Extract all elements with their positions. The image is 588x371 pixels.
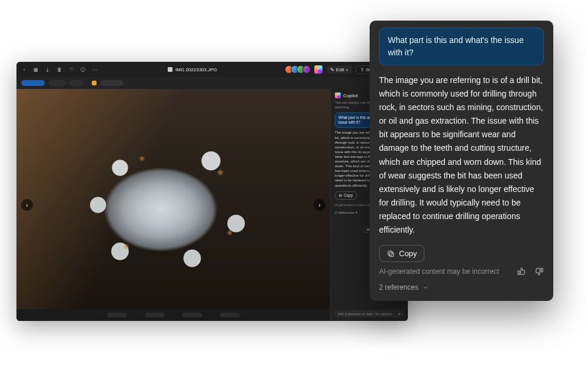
- thumbs-down-icon[interactable]: [534, 267, 544, 276]
- viewer-footer: [16, 309, 330, 321]
- next-image-button[interactable]: ›: [314, 199, 325, 211]
- footer-control[interactable]: [145, 313, 165, 317]
- workarea: ‹ › Copilot You can always use the sugge…: [16, 89, 408, 321]
- titlebar-filename: IMG 20223303.JPG: [168, 67, 217, 72]
- chevron-down-icon: ▾: [346, 68, 348, 72]
- share-icon: ⇪: [360, 67, 364, 72]
- ribbon-tabs: [16, 77, 408, 89]
- ribbon-tab[interactable]: [69, 80, 84, 86]
- folder-icon: [92, 81, 97, 85]
- footer-control[interactable]: [182, 313, 202, 317]
- user-question-bubble: What part is this and what's the issue w…: [379, 28, 544, 65]
- copilot-callout-panel: What part is this and what's the issue w…: [370, 21, 553, 301]
- avatar[interactable]: [303, 65, 311, 74]
- copy-icon: [387, 250, 395, 258]
- breadcrumb[interactable]: [100, 80, 124, 86]
- references-label: 2 references: [379, 283, 418, 292]
- info-icon[interactable]: ⓘ: [80, 67, 86, 72]
- titlebar: ‹ ▦ ⭳ 🗑 ♡ ⓘ ⋯ IMG 20223303.JPG ✎ Edit ▾: [16, 62, 408, 77]
- presence-avatars[interactable]: [287, 65, 311, 74]
- references-toggle[interactable]: 2 references: [370, 280, 553, 297]
- favorite-icon[interactable]: ♡: [68, 67, 74, 72]
- copy-label: Copy: [344, 193, 353, 197]
- edit-button[interactable]: ✎ Edit ▾: [326, 66, 352, 74]
- ribbon-tab[interactable]: [21, 80, 45, 86]
- edit-label: Edit: [336, 67, 344, 72]
- back-icon[interactable]: ‹: [21, 67, 27, 72]
- copy-button[interactable]: ⧉ Copy: [335, 191, 357, 200]
- chevron-down-icon: [422, 284, 429, 291]
- previous-image-button[interactable]: ‹: [21, 199, 33, 211]
- svg-rect-1: [388, 251, 392, 255]
- grid-icon[interactable]: ▦: [33, 67, 39, 72]
- references-label: 2 references: [335, 211, 354, 214]
- delete-icon[interactable]: 🗑: [57, 67, 62, 72]
- copilot-response: The image you are referring to is of a d…: [379, 74, 544, 237]
- file-type-icon: [168, 67, 172, 72]
- copilot-input[interactable]: Ask a question or type / for options ➤: [335, 310, 404, 317]
- copy-icon: ⧉: [339, 193, 342, 198]
- pencil-icon: ✎: [330, 67, 334, 72]
- ai-disclaimer: AI-generated content may be incorrect: [379, 267, 499, 276]
- copy-label: Copy: [399, 249, 417, 258]
- onedrive-viewer-window: ‹ ▦ ⭳ 🗑 ♡ ⓘ ⋯ IMG 20223303.JPG ✎ Edit ▾: [16, 62, 408, 321]
- svg-rect-0: [390, 252, 394, 256]
- disclaimer-row: AI-generated content may be incorrect: [370, 267, 553, 280]
- filename-text: IMG 20223303.JPG: [175, 67, 217, 72]
- ribbon-tab[interactable]: [48, 80, 66, 86]
- copy-button[interactable]: Copy: [379, 245, 424, 262]
- copilot-title: Copilot: [343, 93, 358, 98]
- copilot-icon[interactable]: [314, 65, 323, 74]
- more-icon[interactable]: ⋯: [92, 67, 98, 72]
- footer-control[interactable]: [220, 313, 240, 317]
- send-icon[interactable]: ➤: [398, 312, 401, 316]
- thumbs-up-icon[interactable]: [517, 267, 526, 276]
- image-viewer: ‹ ›: [16, 89, 330, 321]
- copilot-logo-icon: [335, 92, 341, 98]
- download-icon[interactable]: ⭳: [45, 67, 51, 72]
- titlebar-left: ‹ ▦ ⭳ 🗑 ♡ ⓘ ⋯: [21, 67, 98, 72]
- copilot-input-placeholder: Ask a question or type / for options: [338, 312, 392, 316]
- footer-control[interactable]: [107, 313, 127, 317]
- drill-bit-photo: [16, 89, 330, 321]
